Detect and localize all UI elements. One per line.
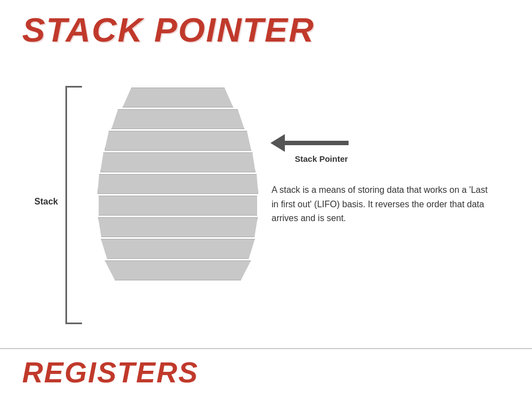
arrow-shaft — [285, 141, 349, 145]
description-text: A stack is a means of storing data that … — [272, 183, 488, 226]
section-divider — [0, 348, 532, 349]
page-title: STACK POINTER — [22, 10, 315, 49]
slab-2 — [111, 109, 244, 129]
stack-pointer-arrow — [270, 134, 349, 152]
stack-slabs — [97, 88, 259, 280]
stack-label: Stack — [34, 197, 58, 207]
slab-9 — [105, 260, 251, 280]
slab-8 — [101, 239, 255, 259]
bottom-title: REGISTERS — [22, 356, 199, 389]
slab-7 — [98, 217, 258, 237]
stack-pointer-label: Stack Pointer — [295, 154, 348, 163]
slab-6 — [97, 196, 259, 216]
slab-1 — [122, 88, 233, 108]
slab-4 — [100, 152, 255, 172]
slab-3 — [105, 131, 252, 151]
stack-bracket — [65, 86, 82, 324]
arrow-head-icon — [270, 134, 285, 152]
slab-5 — [98, 174, 258, 194]
